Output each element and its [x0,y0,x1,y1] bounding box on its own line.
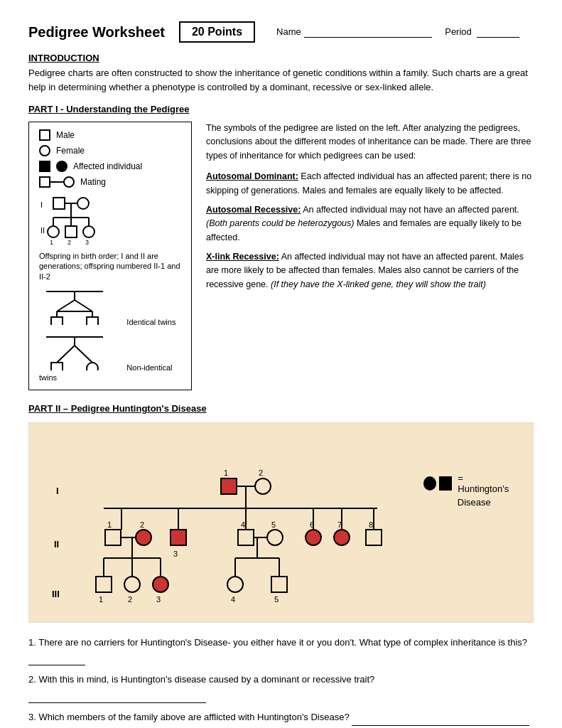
intro-title: INTRODUCTION [28,53,534,63]
part1-description: The symbols of the pedigree are listed o… [206,122,534,390]
svg-text:8: 8 [369,520,373,529]
autosomal-recessive-para: Autosomal Recessive: An affected individ… [206,203,534,245]
part1-content: Male Female Affected individual Mating [28,122,534,390]
svg-text:2: 2 [140,520,144,529]
question-2: 2. With this in mind, is Huntington's di… [28,673,534,703]
svg-text:1: 1 [224,469,228,477]
svg-text:4: 4 [231,595,235,604]
svg-text:1: 1 [50,239,53,246]
period-field[interactable] [477,26,519,38]
mating-female-sym [63,176,75,188]
name-label: Name [276,26,301,37]
svg-point-8 [48,226,59,237]
part2-section: PART II – Pedigree Huntington's Disease … [28,403,534,728]
svg-point-12 [83,226,94,237]
huntingtons-disease-word: Disease [423,497,512,508]
question-3: 3. Which members of the family above are… [28,710,534,726]
svg-text:1: 1 [107,520,112,529]
legend-mating: Mating [39,176,181,188]
points-box: 20 Points [179,21,255,43]
svg-point-57 [306,530,321,545]
svg-point-79 [227,577,243,592]
svg-text:1: 1 [99,595,103,604]
svg-rect-68 [96,577,112,592]
svg-line-28 [75,346,92,363]
svg-rect-42 [105,530,121,545]
q2-answer[interactable] [28,687,206,703]
name-field[interactable] [304,26,432,38]
svg-text:III: III [52,589,60,599]
svg-rect-10 [65,226,77,237]
name-period-fields: Name Period [276,26,522,38]
affected-male-symbol [39,161,50,172]
huntingtons-circle-symbol [423,476,436,491]
xlink-title: X-link Recessive: [206,252,279,262]
mating-male-sym [39,176,50,188]
svg-rect-29 [51,363,63,370]
svg-rect-22 [51,317,63,325]
huntingtons-square-symbol [439,476,452,491]
svg-text:7: 7 [337,520,342,529]
mating-line [50,181,63,183]
autosomal-recessive-title: Autosomal Recessive: [206,205,301,215]
huntingtons-label: = Huntington's [458,473,512,494]
svg-line-19 [75,300,92,311]
questions-section: 1. There are no carriers for Huntington'… [28,636,534,728]
identical-twins-svg [39,286,124,325]
svg-rect-63 [366,530,382,545]
male-symbol [39,129,50,141]
autosomal-dominant-para: Autosomal Dominant: Each affected indivi… [206,170,534,198]
svg-rect-51 [238,530,254,545]
page-header: Pedigree Worksheet 20 Points Name Period [28,21,534,43]
period-label: Period [445,26,472,37]
svg-text:5: 5 [271,520,276,529]
huntingtons-legend: = Huntington's Disease [423,473,512,508]
xlink-para: X-link Recessive: An affected individual… [206,250,534,291]
q3-answer[interactable] [352,710,529,726]
svg-text:3: 3 [173,550,178,558]
female-symbol [39,145,50,156]
svg-rect-82 [271,577,287,592]
pedigree-chart: I II III 1 2 [50,437,416,608]
svg-point-44 [136,530,151,545]
svg-text:I: I [40,200,43,209]
svg-point-60 [334,530,350,545]
offspring-svg: I II [39,192,124,249]
svg-text:II: II [40,226,45,235]
female-label: Female [56,146,85,156]
legend-affected: Affected individual [39,161,181,172]
svg-text:5: 5 [274,595,279,604]
svg-point-30 [87,363,98,370]
svg-line-27 [57,346,75,363]
huntingtons-legend-symbols: = Huntington's [423,473,512,494]
svg-point-74 [153,577,168,592]
svg-text:2: 2 [67,239,71,246]
part2-title: PART II – Pedigree Huntington's Disease [28,403,534,414]
svg-text:II: II [54,539,59,550]
svg-text:3: 3 [85,239,89,246]
non-identical-twins-svg [39,331,124,370]
svg-text:6: 6 [310,520,314,529]
introduction-section: INTRODUCTION Pedigree charts are often c… [28,53,534,94]
svg-rect-34 [221,478,237,494]
svg-text:3: 3 [156,595,161,604]
svg-rect-24 [87,317,98,325]
legend-non-identical-twins: Non-identical twins [39,331,181,382]
q2-text: 2. With this in mind, is Huntington's di… [28,674,374,700]
part1-title: PART I - Understanding the Pedigree [28,104,534,114]
svg-text:4: 4 [241,520,245,529]
q1-answer[interactable] [28,651,85,666]
question-1: 1. There are no carriers for Huntington'… [28,636,534,666]
xlink-italic: (If they have the X-linked gene, they wi… [271,279,486,289]
legend-offspring-section: I II [39,192,181,282]
q3-text: 3. Which members of the family above are… [28,712,529,722]
svg-text:I: I [56,486,59,496]
svg-point-3 [77,198,89,209]
svg-point-36 [255,478,271,494]
part1-desc-main: The symbols of the pedigree are listed o… [206,122,534,163]
pedigree-chart-container: I II III 1 2 [28,422,534,623]
mating-label: Mating [80,177,106,187]
autosomal-dominant-title: Autosomal Dominant: [206,171,298,181]
part1-section: PART I - Understanding the Pedigree Male… [28,104,534,390]
legend-female: Female [39,145,181,156]
